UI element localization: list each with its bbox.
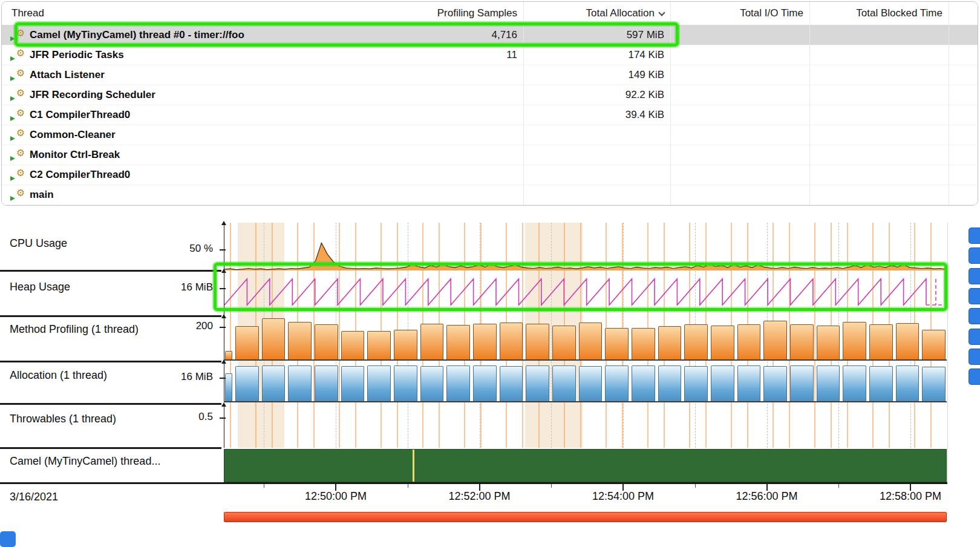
method-bar xyxy=(684,324,708,359)
column-header-total-blocked-time[interactable]: Total Blocked Time xyxy=(809,7,949,19)
thread-cell: ⚙ main xyxy=(2,189,392,201)
column-divider xyxy=(949,2,949,205)
method-bar xyxy=(737,324,761,359)
allocation-chart[interactable] xyxy=(224,361,946,401)
chart-panel-button[interactable] xyxy=(969,308,980,324)
thread-name: JFR Recording Scheduler xyxy=(30,89,155,101)
method-bar xyxy=(288,322,312,359)
allocation-bar xyxy=(711,365,734,401)
profiling-samples-value: 4,716 xyxy=(392,29,523,41)
time-label-strip: 12:50:00 PM12:52:00 PM12:54:00 PM12:56:0… xyxy=(0,490,949,506)
allocation-bar xyxy=(579,366,603,401)
thread-row[interactable]: ⚙ C1 CompilerThread0 39.4 KiB xyxy=(2,105,978,125)
allocation-bar xyxy=(896,365,920,401)
method-bar xyxy=(605,328,629,359)
chart-panel-button[interactable] xyxy=(969,268,980,284)
allocation-bar xyxy=(341,366,365,401)
method-profiling-chart[interactable] xyxy=(224,316,946,359)
running-arrow-icon xyxy=(10,156,15,161)
axis-value-throwables: 0.5 xyxy=(145,411,213,423)
method-bar-partial xyxy=(225,351,232,359)
running-arrow-icon xyxy=(10,176,15,181)
allocation-bar xyxy=(763,366,787,401)
thread-row[interactable]: ⚙ C2 CompilerThread0 xyxy=(2,165,978,185)
allocation-bar xyxy=(552,365,576,401)
thread-row[interactable]: ⚙ JFR Recording Scheduler 92.2 KiB xyxy=(2,85,978,105)
cpu-usage-chart[interactable] xyxy=(224,223,946,270)
total-allocation-value: 597 MiB xyxy=(523,29,670,41)
column-header-profiling-samples[interactable]: Profiling Samples xyxy=(392,7,523,19)
thread-name: Common-Cleaner xyxy=(30,129,116,141)
running-arrow-icon xyxy=(10,36,15,41)
allocation-bar xyxy=(262,365,286,401)
thread-name: Camel (MyTinyCamel) thread #0 - timer://… xyxy=(30,29,244,41)
profiler-threads-view: Thread Profiling Samples Total Allocatio… xyxy=(0,0,980,547)
timeline-range-scrollbar[interactable] xyxy=(224,512,947,522)
allocation-bar xyxy=(420,366,444,401)
minor-time-tick xyxy=(408,483,408,488)
thread-cell: ⚙ Monitor Ctrl-Break xyxy=(2,149,392,161)
thread-icon: ⚙ xyxy=(11,110,24,121)
gear-icon: ⚙ xyxy=(16,129,25,139)
minor-time-tick xyxy=(264,483,264,488)
allocation-bar xyxy=(737,365,761,401)
corner-app-icon[interactable] xyxy=(0,531,16,547)
method-bar xyxy=(473,324,497,359)
allocation-bar xyxy=(315,365,338,401)
thread-row[interactable]: ⚙ main xyxy=(2,185,978,205)
chart-panel-button[interactable] xyxy=(969,288,980,304)
sort-descending-icon xyxy=(658,9,665,16)
method-bar xyxy=(235,326,259,359)
gear-icon: ⚙ xyxy=(16,29,25,39)
thread-row[interactable]: ⚙ Attach Listener 149 KiB xyxy=(2,65,978,85)
column-header-total-io-time[interactable]: Total I/O Time xyxy=(670,7,809,19)
method-bar xyxy=(843,322,866,359)
thread-row[interactable]: ⚙ Camel (MyTinyCamel) thread #0 - timer:… xyxy=(2,25,978,45)
method-bar xyxy=(526,324,549,359)
column-divider xyxy=(670,2,671,205)
chart-panel-button[interactable] xyxy=(969,329,980,345)
thread-row[interactable]: ⚙ Monitor Ctrl-Break xyxy=(2,145,978,165)
thread-cell: ⚙ JFR Periodic Tasks xyxy=(2,49,392,61)
row-label-thread-lane: Camel (MyTinyCamel) thread... xyxy=(10,455,160,468)
thread-cell: ⚙ Attach Listener xyxy=(2,69,392,81)
profiling-samples-value: 11 xyxy=(392,49,523,61)
thread-cell: ⚙ JFR Recording Scheduler xyxy=(2,89,392,101)
gear-icon: ⚙ xyxy=(16,89,25,99)
chart-panel-button[interactable] xyxy=(969,247,980,264)
method-bar xyxy=(658,326,682,359)
minor-time-tick xyxy=(838,483,839,488)
method-bar xyxy=(817,326,840,359)
total-allocation-value: 39.4 KiB xyxy=(523,109,670,121)
thread-icon: ⚙ xyxy=(11,169,24,181)
allocation-bar xyxy=(605,365,629,401)
throwables-chart[interactable] xyxy=(224,404,947,448)
y-axis-tick xyxy=(220,288,226,289)
running-arrow-icon xyxy=(10,56,15,61)
thread-activity-band[interactable] xyxy=(224,449,947,482)
minor-time-tick xyxy=(695,483,696,488)
allocation-bar xyxy=(394,365,417,401)
chart-panel-button[interactable] xyxy=(969,228,980,244)
y-axis-tick xyxy=(220,249,226,251)
thread-cell: ⚙ C1 CompilerThread0 xyxy=(2,109,392,121)
gear-icon: ⚙ xyxy=(16,49,25,59)
allocation-bar-partial xyxy=(225,373,232,401)
time-label: 12:58:00 PM xyxy=(844,490,949,503)
allocation-bar xyxy=(500,366,523,401)
column-header-thread[interactable]: Thread xyxy=(2,7,392,19)
column-divider xyxy=(523,2,524,205)
method-bar xyxy=(763,321,787,359)
chart-panel-button[interactable] xyxy=(969,349,980,365)
thread-row[interactable]: ⚙ Common-Cleaner xyxy=(2,125,978,145)
allocation-bar xyxy=(869,366,893,401)
heap-usage-chart[interactable] xyxy=(224,272,946,316)
thread-icon: ⚙ xyxy=(11,189,24,201)
chart-panel-button[interactable] xyxy=(969,368,980,385)
thread-name: C2 CompilerThread0 xyxy=(30,169,130,181)
minor-time-tick xyxy=(551,483,552,488)
thread-row[interactable]: ⚙ JFR Periodic Tasks 11 174 KiB xyxy=(2,45,978,65)
method-bar xyxy=(420,324,444,359)
allocation-bar xyxy=(922,367,946,401)
column-header-total-allocation[interactable]: Total Allocation xyxy=(523,7,670,19)
